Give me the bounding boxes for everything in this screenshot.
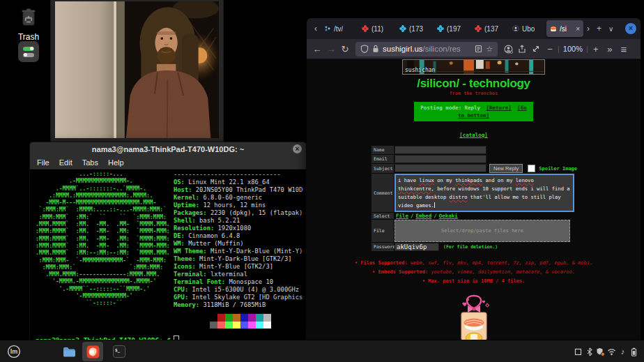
palette-swatch: [263, 314, 271, 322]
app-menu-icon[interactable]: ≡: [618, 42, 630, 56]
url-bar[interactable]: sushigirl.us/silicon/res ☆: [355, 42, 498, 56]
sushi-charm-image: [458, 294, 490, 340]
terminal-close-button[interactable]: ×: [293, 144, 302, 153]
browser-tab[interactable]: (11): [358, 20, 395, 37]
spoiler-checkbox[interactable]: [528, 165, 535, 172]
terminal-icon: $_: [113, 345, 125, 358]
terminal-menu-tabs[interactable]: Tabs: [82, 158, 98, 167]
workspace-icon[interactable]: [574, 346, 583, 357]
url-text[interactable]: sushigirl.us/silicon/res: [383, 45, 471, 53]
select-link-embed[interactable]: Embed: [416, 213, 432, 219]
form-label-subject: Subject: [371, 164, 394, 173]
palette-row-2: [210, 322, 271, 329]
forward-icon[interactable]: →: [325, 42, 337, 56]
browser-tab[interactable]: (197: [434, 20, 470, 37]
desktop: Trash: [0, 0, 644, 362]
dropzone-text: Select/drop/paste files here: [441, 228, 523, 234]
tab-label: (197: [447, 25, 461, 33]
tracking-shield-icon[interactable]: [360, 45, 369, 53]
browser-tab[interactable]: /si×: [546, 20, 583, 37]
terminal-window: nama3@nama3-ThinkPad-T470-W10DG: ~ × Fil…: [29, 142, 307, 348]
bluetooth-icon[interactable]: [585, 346, 594, 357]
system-tray: ♪: [574, 346, 644, 357]
form-label-file: File: [371, 220, 394, 242]
password-hint: (For file deletion.): [443, 244, 498, 250]
select-link-file[interactable]: File: [396, 213, 408, 219]
terminal-button[interactable]: $_: [109, 342, 130, 361]
palette-swatch: [240, 314, 248, 322]
files-button[interactable]: [59, 342, 79, 361]
subject-input[interactable]: [394, 164, 486, 172]
palette-swatch: [233, 322, 240, 329]
tab-label: /si: [560, 25, 567, 33]
post-form: Name Email Subject New Reply Spoiler Ima…: [371, 146, 581, 251]
battery-icon[interactable]: [629, 346, 638, 357]
name-input[interactable]: [394, 146, 486, 154]
palette-swatch: [217, 322, 225, 329]
toolbar-separator: |: [586, 45, 588, 53]
tab-close-icon[interactable]: ×: [576, 25, 580, 33]
terminal-title: nama3@nama3-ThinkPad-T470-W10DG: ~: [92, 145, 244, 153]
media-player-icon[interactable]: ♪: [618, 346, 627, 357]
trash-label: Trash: [9, 32, 48, 42]
browser-tab[interactable]: /tv/: [321, 20, 358, 37]
overflow-menu-icon[interactable]: »: [604, 42, 616, 56]
file-dropzone[interactable]: Select/drop/paste files here: [394, 220, 570, 242]
network-wifi-icon[interactable]: [607, 346, 616, 357]
terminal-menu-file[interactable]: File: [37, 158, 49, 167]
palette-swatch: [263, 322, 271, 329]
fullscreen-icon[interactable]: [530, 42, 542, 56]
return-link[interactable]: [Return]: [486, 105, 512, 111]
bookmark-star-icon[interactable]: ☆: [486, 45, 493, 54]
desktop-icon-trash[interactable]: Trash: [9, 7, 48, 42]
palette-swatch: [210, 314, 217, 322]
password-input[interactable]: akUqiv6p: [394, 243, 439, 251]
image-viewer-window: [50, 0, 224, 144]
desktop-icon-toggles[interactable]: [9, 41, 48, 62]
terminal-menubar: FileEditTabsHelp: [30, 156, 306, 169]
browser-tab-bar: ‹ /tv/(11)(173(197(137Ubo/si× › + ∨ ×: [307, 18, 641, 39]
reader-view-icon[interactable]: [475, 45, 482, 53]
palette-swatch: [256, 314, 263, 322]
browser-tab[interactable]: Ubo: [509, 20, 546, 37]
browser-toolbar: ← → ↻ sushigirl.us/silicon/res ☆: [307, 39, 641, 59]
list-tabs-icon[interactable]: ∨: [605, 25, 617, 33]
save-page-icon[interactable]: [516, 42, 528, 56]
palette-swatch: [217, 314, 225, 322]
form-label-email: Email: [371, 155, 394, 163]
new-reply-button[interactable]: New Reply: [489, 164, 523, 173]
zoom-level[interactable]: 100%: [561, 45, 585, 53]
mint-menu-button[interactable]: lm: [3, 342, 24, 361]
tab-label: (173: [409, 25, 423, 33]
account-icon[interactable]: [502, 42, 514, 56]
window-close-button[interactable]: ×: [625, 23, 636, 34]
banner-caption: sushichan: [405, 67, 435, 73]
form-label-comment: Comment: [371, 174, 394, 212]
firefox-button[interactable]: [82, 342, 103, 361]
zoom-out-icon[interactable]: −: [544, 42, 556, 56]
page-note: • Max. post size is 10MB / 4 files.: [307, 277, 641, 286]
terminal-menu-edit[interactable]: Edit: [59, 158, 72, 167]
zoom-in-icon[interactable]: +: [590, 42, 602, 56]
email-input[interactable]: [394, 155, 486, 163]
back-icon[interactable]: ←: [311, 42, 323, 56]
update-shield-icon[interactable]: [596, 346, 605, 357]
comment-textarea[interactable]: i have linux on my thinkpads and on my l…: [394, 174, 574, 212]
trash-icon: [18, 7, 39, 28]
tab-scroll-right-icon[interactable]: ›: [583, 24, 593, 33]
select-link-oekaki[interactable]: Oekaki: [439, 213, 458, 219]
catalog-link[interactable]: [catalog]: [459, 132, 488, 138]
palette-swatch: [233, 314, 240, 322]
browser-tab[interactable]: (173: [396, 20, 433, 37]
terminal-titlebar[interactable]: nama3@nama3-ThinkPad-T470-W10DG: ~ ×: [30, 142, 306, 156]
toggles-icon: [18, 41, 39, 62]
browser-tab[interactable]: (137: [471, 20, 508, 37]
palette-swatch: [240, 322, 248, 329]
page-note: • Embeds Supported: youtube, vimeo, dail…: [307, 268, 641, 277]
terminal-menu-help[interactable]: Help: [108, 158, 124, 167]
new-tab-button[interactable]: +: [593, 24, 605, 33]
tab-scroll-left-icon[interactable]: ‹: [311, 24, 321, 33]
tab-label: /tv/: [334, 25, 343, 33]
text-caret: [434, 202, 435, 208]
reload-icon[interactable]: ↻: [339, 42, 351, 56]
